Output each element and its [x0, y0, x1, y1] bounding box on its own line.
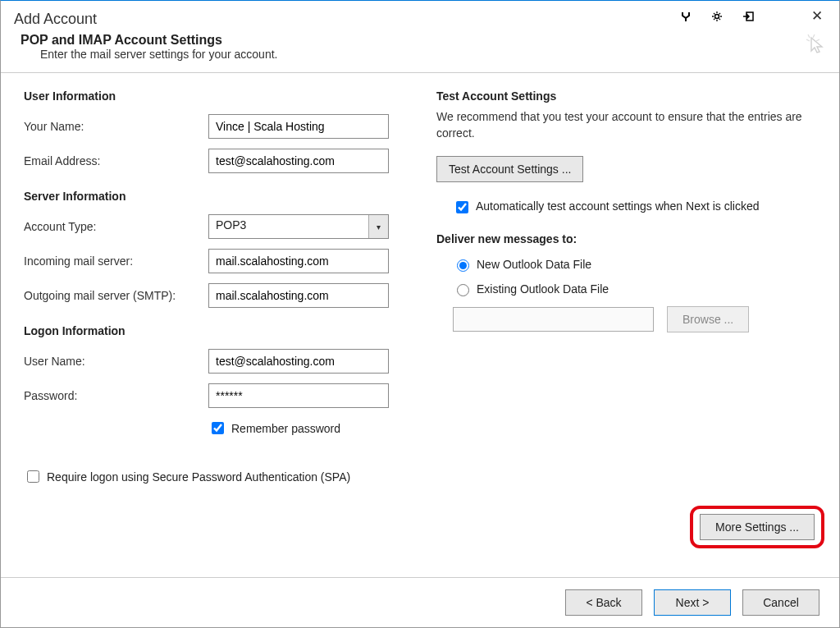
test-settings-text: We recommend that you test your account … [436, 109, 816, 141]
new-outlook-file-label: New Outlook Data File [477, 258, 591, 271]
window-title: Add Account [14, 6, 97, 28]
back-button[interactable]: < Back [565, 589, 642, 616]
right-column: Test Account Settings We recommend that … [436, 89, 816, 571]
titlebar-icons: ✕ [680, 6, 831, 26]
fork-icon [680, 11, 692, 22]
row-account-type: Account Type: POP3 ▾ [24, 214, 404, 239]
add-account-window: Add Account ✕ POP and IMAP Account Setti… [0, 0, 840, 628]
page-title: POP and IMAP Account Settings [21, 33, 819, 48]
password-input[interactable] [208, 383, 389, 408]
deliver-heading: Deliver new messages to: [436, 232, 816, 245]
account-type-label: Account Type: [24, 220, 208, 233]
row-password: Password: [24, 383, 404, 408]
svg-point-0 [715, 14, 719, 18]
existing-file-path-input [453, 307, 654, 332]
username-input[interactable] [208, 349, 389, 374]
your-name-input[interactable] [208, 114, 389, 139]
auto-test-label: Automatically test account settings when… [476, 199, 760, 214]
user-info-heading: User Information [24, 89, 404, 103]
incoming-server-input[interactable] [208, 249, 389, 273]
main-body: User Information Your Name: Email Addres… [1, 73, 839, 577]
test-settings-heading: Test Account Settings [436, 89, 816, 103]
browse-row: Browse ... [453, 306, 816, 332]
remember-password-label: Remember password [231, 422, 340, 435]
row-username: User Name: [24, 349, 404, 374]
remember-password-row: Remember password [208, 419, 404, 437]
test-account-button[interactable]: Test Account Settings ... [436, 156, 583, 182]
cursor-icon [803, 33, 826, 56]
spa-row: Require logon using Secure Password Auth… [24, 468, 404, 485]
left-column: User Information Your Name: Email Addres… [24, 89, 404, 571]
next-button[interactable]: Next > [654, 589, 731, 616]
account-type-value: POP3 [209, 215, 368, 238]
titlebar: Add Account ✕ [1, 1, 839, 30]
existing-outlook-file-radio[interactable] [457, 284, 469, 296]
your-name-label: Your Name: [24, 120, 208, 133]
incoming-label: Incoming mail server: [24, 254, 208, 268]
spa-checkbox[interactable] [27, 470, 39, 483]
email-input[interactable] [208, 149, 389, 173]
email-label: Email Address: [24, 154, 208, 167]
logon-info-heading: Logon Information [24, 324, 404, 337]
browse-button: Browse ... [667, 306, 749, 332]
cancel-button[interactable]: Cancel [742, 589, 819, 616]
chevron-down-icon[interactable]: ▾ [368, 215, 388, 238]
more-settings-button[interactable]: More Settings ... [700, 514, 815, 540]
remember-password-checkbox[interactable] [212, 422, 224, 434]
row-incoming: Incoming mail server: [24, 249, 404, 273]
radio-existing-file-row: Existing Outlook Data File [453, 282, 816, 296]
close-icon[interactable]: ✕ [806, 6, 828, 26]
auto-test-row: Automatically test account settings when… [453, 199, 816, 216]
existing-outlook-file-label: Existing Outlook Data File [477, 282, 609, 296]
row-outgoing: Outgoing mail server (SMTP): [24, 283, 404, 308]
username-label: User Name: [24, 355, 208, 368]
footer: < Back Next > Cancel [1, 577, 839, 627]
page-subtitle: Enter the mail server settings for your … [40, 48, 819, 61]
row-email: Email Address: [24, 149, 404, 173]
account-type-select[interactable]: POP3 ▾ [208, 214, 389, 239]
new-outlook-file-radio[interactable] [457, 259, 469, 272]
gear-icon [711, 11, 723, 22]
auto-test-checkbox[interactable] [456, 201, 468, 213]
row-your-name: Your Name: [24, 114, 404, 139]
more-settings-highlight: More Settings ... [690, 506, 824, 548]
password-label: Password: [24, 389, 208, 402]
header-band: POP and IMAP Account Settings Enter the … [1, 30, 839, 72]
outgoing-label: Outgoing mail server (SMTP): [24, 289, 208, 302]
outgoing-server-input[interactable] [208, 283, 389, 308]
radio-new-file-row: New Outlook Data File [453, 257, 816, 272]
spa-label: Require logon using Secure Password Auth… [47, 470, 350, 484]
server-info-heading: Server Information [24, 190, 404, 203]
import-icon [742, 11, 754, 22]
